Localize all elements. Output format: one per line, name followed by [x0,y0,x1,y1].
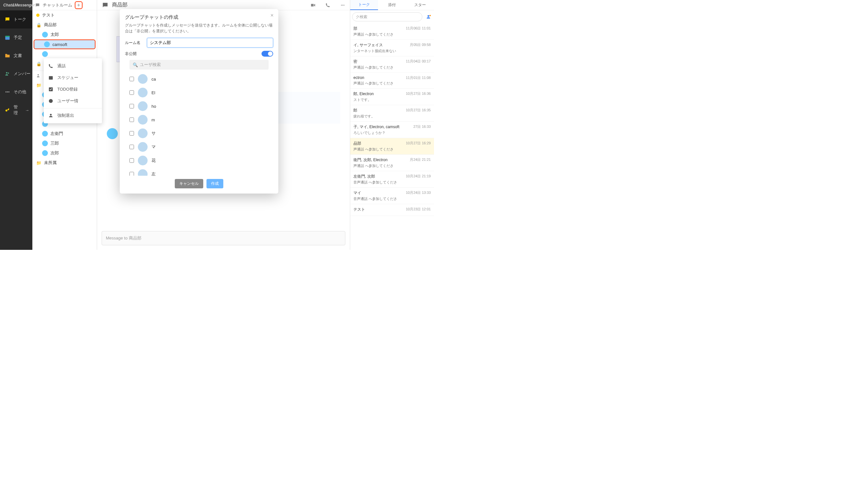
user-name: サ [151,130,156,136]
members-icon [4,71,10,77]
user-checkbox[interactable] [129,172,134,176]
avatar [138,156,148,166]
room-test[interactable]: テスト [32,10,97,20]
avatar [107,128,118,139]
user-name: m [151,117,155,122]
room-member[interactable]: 三郎 [32,138,97,148]
talk-item[interactable]: 左衛門, 次郎10月24日 21:19音声通話 へ参加してくださ [350,171,434,188]
tab-attach[interactable]: 添付 [378,0,406,10]
folder-icon [4,53,10,59]
ctx-todo[interactable]: TODO登録 [44,83,102,95]
person-icon [48,113,54,118]
app-logo: Chat&Messenger [0,0,32,10]
user-name: ca [151,77,156,81]
more-icon[interactable] [340,3,345,8]
avatar [138,101,148,111]
tab-star[interactable]: スター [406,0,434,10]
svg-point-10 [342,4,343,5]
room-unassigned[interactable]: 📁未所属 [32,158,97,168]
talk-item[interactable]: イ, サーフェイス月05日 09:58ンターネット接続出来ない [350,40,434,56]
room-member-camsoft[interactable]: camsoft [34,39,95,49]
search-input[interactable]: ク検索 [352,12,422,21]
ctx-call[interactable]: 通話 [44,60,102,72]
cancel-button[interactable]: キャンセル [175,179,203,188]
tab-talk[interactable]: トーク [350,0,378,10]
close-icon[interactable]: ✕ [270,13,274,18]
talk-item[interactable]: 部11月06日 11:01声通話 へ参加してくださ [350,23,434,40]
nav-other[interactable]: その他 [0,83,32,101]
talk-item[interactable]: 郎10月27日 16:35疲れ様です。 [350,105,434,122]
chat-icon [102,2,109,9]
chat-icon [4,16,10,22]
room-product[interactable]: 🔒商品部 [32,20,97,30]
phone-icon [48,64,54,69]
nav-talk[interactable]: トーク [0,10,32,29]
lock-icon: 🔒 [36,61,42,66]
user-checkbox[interactable] [129,90,134,95]
room-name-input[interactable] [147,38,273,48]
user-row[interactable]: ho [129,99,269,113]
user-row[interactable]: El [129,86,269,99]
room-member[interactable]: 次郎 [32,148,97,158]
user-checkbox[interactable] [129,77,134,81]
room-member[interactable]: 太郎 [32,30,97,39]
user-name: マ [151,144,156,150]
user-name: El [151,90,155,95]
avatar [138,74,148,84]
nav-admin[interactable]: 管理→ [0,101,32,119]
talk-item[interactable]: 密11月04日 00:17声通話 へ参加してくださ [350,56,434,73]
user-name: ho [151,104,156,109]
chat-icon [35,3,40,8]
user-checkbox[interactable] [129,158,134,163]
user-checkbox[interactable] [129,117,134,122]
talk-item[interactable]: 子, マイ, Electron, camsoft27日 16:33ろしいでしょう… [350,122,434,138]
talk-item[interactable]: 衛門, 次郎, Electron月24日 21:21声通話 へ参加してくださ [350,155,434,171]
user-row[interactable]: ca [129,72,269,86]
create-button[interactable]: 作成 [206,179,223,188]
private-toggle[interactable] [262,51,273,57]
ctx-userinfo[interactable]: ユーザー情 [44,95,102,107]
phone-icon[interactable] [325,3,330,8]
members-icon [36,73,42,78]
calendar-icon [48,75,54,80]
svg-point-4 [5,92,7,93]
message-input[interactable]: Message to 商品部 [102,231,345,245]
talk-item[interactable]: マイ10月24日 13:33音声通話 へ参加してくださ [350,188,434,204]
svg-point-11 [344,4,345,5]
nav-schedule[interactable]: 予定 [0,29,32,47]
add-room-button[interactable]: + [75,1,82,9]
video-icon[interactable] [310,3,316,8]
svg-rect-14 [49,76,53,80]
lock-icon: 🔒 [36,23,42,27]
talk-item[interactable]: 品部10月27日 16:29声通話 へ参加してくださ [350,138,434,155]
user-row[interactable]: サ [129,126,269,140]
nav-sidebar: Chat&Messenger トーク 予定 文書 メンバー その他 管理→ [0,0,32,250]
ctx-schedule[interactable]: スケジュー [44,72,102,83]
avatar [138,169,148,176]
key-icon [4,107,10,113]
svg-point-16 [49,99,53,103]
user-checkbox[interactable] [129,131,134,136]
talk-item[interactable]: 郎, Electron10月27日 16:36ストです。 [350,89,434,105]
svg-point-5 [7,92,8,93]
user-row[interactable]: 左 [129,167,269,176]
more-icon [4,89,10,95]
ctx-kick[interactable]: 強制退出 [44,110,102,121]
svg-rect-1 [5,36,10,37]
user-search-input[interactable]: 🔍 ユーザ検索 [129,60,269,70]
room-member[interactable] [32,49,97,59]
nav-members[interactable]: メンバー [0,65,32,83]
add-user-icon[interactable] [426,14,431,20]
user-row[interactable]: 花 [129,154,269,167]
svg-point-7 [5,110,8,112]
svg-point-12 [427,15,429,17]
talk-item[interactable]: ectron11月01日 11:08声通話 へ参加してくださ [350,73,434,89]
talk-item[interactable]: テスト10月23日 12:01 [350,204,434,216]
user-checkbox[interactable] [129,145,134,149]
room-list-header: チャットルーム + [32,0,97,10]
nav-docs[interactable]: 文書 [0,47,32,65]
user-row[interactable]: m [129,113,269,126]
user-row[interactable]: マ [129,140,269,154]
room-member[interactable]: 左衛門 [32,129,97,138]
user-checkbox[interactable] [129,104,134,109]
